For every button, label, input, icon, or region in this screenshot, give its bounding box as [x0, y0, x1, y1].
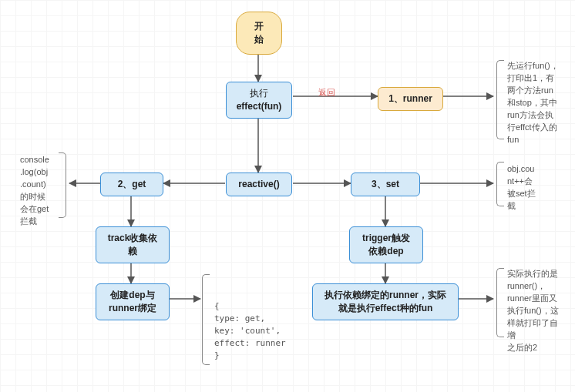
node-depbind-l2: runner绑定	[104, 302, 161, 315]
node-trigger-l1: trigger触发	[358, 232, 415, 245]
bracket-runner	[496, 60, 504, 139]
bracket-depbind	[202, 274, 210, 365]
node-execdep-l1: 执行依赖绑定的runner，实际	[321, 289, 450, 302]
node-effect-l1: 执行	[234, 87, 284, 100]
node-execdep: 执行依赖绑定的runner，实际 就是执行effect种的fun	[312, 283, 459, 320]
node-start: 开始	[236, 12, 282, 55]
node-trigger-l2: 依赖dep	[358, 245, 415, 258]
bracket-set	[496, 162, 504, 206]
note-runner: 先运行fun()， 打印出1，有 两个方法run 和stop，其中 run方法会…	[506, 59, 566, 148]
node-get: 2、get	[100, 173, 163, 196]
node-track: track收集依 赖	[96, 226, 170, 263]
node-reactive-label: reactive()	[238, 179, 279, 189]
node-effect: 执行 effect(fun)	[226, 82, 292, 119]
node-trigger: trigger触发 依赖dep	[349, 226, 423, 263]
node-runner: 1、runner	[378, 87, 443, 111]
node-depbind: 创建dep与 runner绑定	[96, 283, 170, 320]
note-get: console .log(obj .count) 的时候 会在get 拦截	[18, 152, 59, 230]
note-depbind: { type: get, key: 'count', effect: runne…	[213, 299, 298, 364]
node-get-label: 2、get	[118, 179, 146, 189]
node-depbind-l1: 创建dep与	[104, 289, 161, 302]
node-set-label: 3、set	[372, 179, 399, 189]
bracket-get	[59, 152, 66, 218]
node-execdep-l2: 就是执行effect种的fun	[321, 302, 450, 315]
node-set: 3、set	[351, 173, 420, 196]
note-execdep: 实际执行的是 runner()， runner里面又 执行fun()，这 样就打…	[506, 266, 567, 356]
node-runner-label: 1、runner	[388, 93, 432, 104]
bracket-execdep	[496, 268, 504, 337]
node-start-label: 开始	[254, 21, 264, 45]
note-set: obj.cou nt++会 被set拦 截	[506, 162, 552, 214]
node-track-l2: 赖	[104, 245, 161, 258]
edge-label-return: 返回	[318, 87, 335, 99]
node-effect-l2: effect(fun)	[234, 100, 284, 113]
node-reactive: reactive()	[226, 173, 292, 196]
node-track-l1: track收集依	[104, 232, 161, 245]
